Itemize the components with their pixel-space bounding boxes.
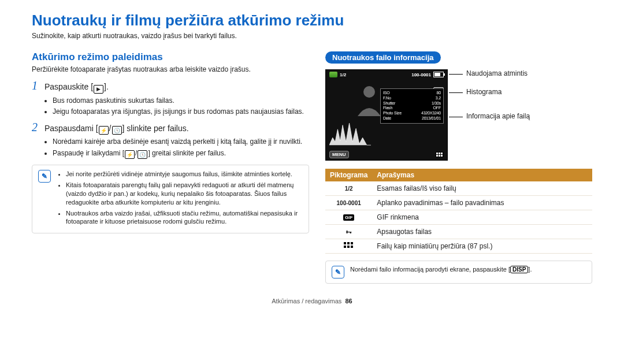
step2-text-post: ] slinkite per failus. <box>122 124 189 133</box>
section-heading: Atkūrimo režimo paleidimas <box>32 51 309 63</box>
pill-heading: Nuotraukos failo informacija <box>325 51 441 64</box>
row1-desc: Esamas failas/Iš viso failų <box>372 181 592 196</box>
step1-text-post: ]. <box>104 82 109 91</box>
step1-bullet2: Jeigu fotoaparatas yra išjungtas, jis įs… <box>53 107 309 116</box>
callout-fileinfo: Informacija apie failą <box>456 112 592 120</box>
note2: Kitais fotoaparatais parengtų failų gali… <box>66 181 303 207</box>
row2-desc: Aplanko pavadinimas – failo pavadinimas <box>372 196 592 210</box>
step-number-2: 2 <box>32 121 44 134</box>
note3: Nuotraukos arba vaizdo įrašai, užfiksuot… <box>66 209 303 226</box>
timer-icon: 🕓 <box>112 126 122 135</box>
note-icon: ✎ <box>332 266 344 278</box>
step2-mid: / <box>109 124 112 133</box>
battery-icon <box>433 72 444 77</box>
row3-desc: GIF rinkmena <box>372 210 592 225</box>
page-title: Nuotraukų ir filmų peržiūra atkūrimo rež… <box>32 12 592 29</box>
step1-text-pre: Paspauskite [ <box>44 82 93 91</box>
play-icon: ▶ <box>94 85 103 94</box>
row5-desc: Failų kaip miniatiūrų peržiūra (87 psl.) <box>372 239 592 254</box>
step2-bullet2: Paspaudę ir laikydami [⚡/🕓] greitai slin… <box>53 148 309 159</box>
flash-icon: ⚡ <box>125 150 135 159</box>
row1-icon: 1/2 <box>325 181 372 196</box>
step2-bullet1: Norėdami kairėje arba dešinėje esantį va… <box>53 137 309 146</box>
note1: Jei norite peržiūrėti vidinėje atmintyje… <box>66 170 303 179</box>
step-number-1: 1 <box>32 79 44 92</box>
footer: Atkūrimas / redagavimas 86 <box>32 298 592 304</box>
disp-button: DISP <box>510 266 528 273</box>
step2-text-pre: Paspausdami [ <box>44 124 98 133</box>
flash-icon: ⚡ <box>99 126 109 135</box>
th-desc: Aprašymas <box>372 169 592 181</box>
row2-icon: 100-0001 <box>325 196 372 210</box>
camera-screen: 1/2 100-0001 GIF 🗝 <box>325 69 448 161</box>
thumbnail-icon <box>436 152 444 157</box>
note-icon: ✎ <box>38 170 51 183</box>
file-number: 100-0001 <box>411 72 431 77</box>
row3-icon: GIF <box>325 210 372 225</box>
section-desc: Peržiūrėkite fotoaparate įrašytas nuotra… <box>32 65 309 73</box>
histogram <box>329 118 371 148</box>
disp-note: Norėdami failo informaciją parodyti ekra… <box>350 266 532 278</box>
row5-icon <box>325 239 372 254</box>
callout-histogram: Histograma <box>456 88 592 96</box>
file-counter: 1/2 <box>340 72 346 77</box>
legend-table: Piktograma Aprašymas 1/2 Esamas failas/I… <box>325 169 592 254</box>
callout-memory: Naudojama atmintis <box>456 69 592 77</box>
menu-button: MENU <box>329 151 349 158</box>
info-panel: ISO80 F.No3.2 Shutter1/30s FlashOFF Phot… <box>380 88 444 124</box>
th-icon: Piktograma <box>325 169 372 181</box>
row4-icon: 🗝 <box>325 225 372 239</box>
memory-icon <box>329 72 337 77</box>
row4-desc: Apsaugotas failas <box>372 225 592 239</box>
page-subtitle: Sužinokite, kaip atkurti nuotraukas, vai… <box>32 32 592 40</box>
timer-icon: 🕓 <box>138 150 147 159</box>
step1-bullet1: Bus rodomas paskutinis sukurtas failas. <box>53 96 309 105</box>
